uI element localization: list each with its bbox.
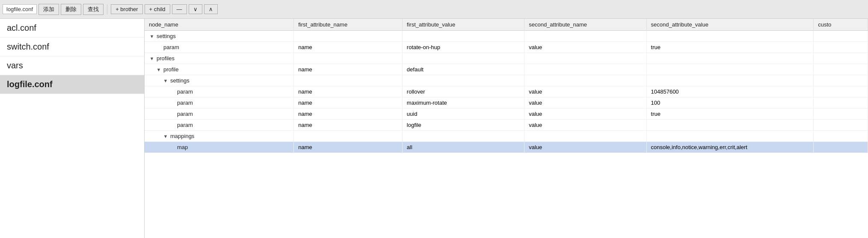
table-row[interactable]: ▼settings <box>145 31 868 42</box>
find-button[interactable]: 查找 <box>83 4 104 15</box>
first-attr-name <box>294 53 403 64</box>
second-attr-value: true <box>646 109 814 120</box>
second-attr-name: value <box>524 142 646 153</box>
node-cell: param <box>145 86 294 97</box>
sidebar-item-3[interactable]: logfile.conf <box>0 75 144 94</box>
table-row[interactable]: ▼profilenamedefault <box>145 64 868 75</box>
add-button[interactable]: 添加 <box>39 4 59 15</box>
tree-table: node_name first_attribute_name first_att… <box>145 19 868 153</box>
second-attr-name <box>524 31 646 42</box>
first-attr-value: logfile <box>402 120 524 131</box>
second-attr-name: value <box>524 109 646 120</box>
custom-col <box>814 53 868 64</box>
first-attr-value: maximum-rotate <box>402 97 524 109</box>
col-first-attr-value: first_attribute_value <box>402 19 524 31</box>
header-row: node_name first_attribute_name first_att… <box>145 19 868 31</box>
table-row[interactable]: ▼profiles <box>145 53 868 64</box>
main-area: acl.confswitch.confvarslogfile.conf node… <box>0 19 868 238</box>
content-area: node_name first_attribute_name first_att… <box>145 19 868 238</box>
node-name-label: mappings <box>170 133 194 139</box>
second-attr-value: 104857600 <box>646 86 814 97</box>
custom-col <box>814 120 868 131</box>
node-name-label: profile <box>163 66 178 73</box>
col-second-attr-name: second_attribute_name <box>524 19 646 31</box>
sidebar-item-0[interactable]: acl.conf <box>0 19 144 38</box>
node-cell: param <box>145 120 294 131</box>
node-name-label: param <box>177 122 193 128</box>
second-attr-name: value <box>524 120 646 131</box>
first-attr-name: name <box>294 97 403 109</box>
node-cell: map <box>145 142 294 153</box>
node-cell: ▼settings <box>145 75 294 86</box>
first-attr-name: name <box>294 64 403 75</box>
first-attr-name <box>294 31 403 42</box>
custom-col <box>814 75 868 86</box>
first-attr-name: name <box>294 109 403 120</box>
second-attr-name <box>524 75 646 86</box>
tree-body: ▼settingsparamnamerotate-on-hupvaluetrue… <box>145 31 868 153</box>
table-row[interactable]: paramnamemaximum-rotatevalue100 <box>145 97 868 109</box>
first-attr-value: rollover <box>402 86 524 97</box>
node-name-label: settings <box>170 77 190 84</box>
second-attr-value: 100 <box>646 97 814 109</box>
toolbar: logfile.conf 添加 删除 查找 + brother + child … <box>0 0 868 19</box>
node-name-label: settings <box>157 33 176 39</box>
expand-icon[interactable]: ▼ <box>163 134 169 139</box>
first-attr-name: name <box>294 142 403 153</box>
table-row[interactable]: paramnameuuidvaluetrue <box>145 109 868 120</box>
col-second-attr-value: second_attribute_value <box>646 19 814 31</box>
up-button[interactable]: ∧ <box>204 4 218 14</box>
expand-icon[interactable]: ▼ <box>156 67 162 72</box>
first-attr-name: name <box>294 42 403 53</box>
col-first-attr-name: first_attribute_name <box>294 19 403 31</box>
node-cell: param <box>145 97 294 109</box>
custom-col <box>814 131 868 142</box>
expand-icon[interactable]: ▼ <box>163 78 169 83</box>
table-header: node_name first_attribute_name first_att… <box>145 19 868 31</box>
sidebar-item-1[interactable]: switch.conf <box>0 38 144 56</box>
expand-icon[interactable]: ▼ <box>149 56 155 61</box>
node-name-label: param <box>177 100 193 106</box>
custom-col <box>814 31 868 42</box>
second-attr-name: value <box>524 86 646 97</box>
table-row[interactable]: ▼mappings <box>145 131 868 142</box>
custom-col <box>814 86 868 97</box>
node-cell: ▼mappings <box>145 131 294 142</box>
table-row[interactable]: paramnamerollovervalue104857600 <box>145 86 868 97</box>
first-attr-value <box>402 31 524 42</box>
second-attr-value: console,info,notice,warning,err,crit,ale… <box>646 142 814 153</box>
node-cell: ▼settings <box>145 31 294 42</box>
first-attr-name <box>294 75 403 86</box>
sidebar-item-2[interactable]: vars <box>0 56 144 75</box>
node-cell: ▼profile <box>145 64 294 75</box>
second-attr-name: value <box>524 42 646 53</box>
custom-col <box>814 109 868 120</box>
first-attr-value: default <box>402 64 524 75</box>
first-attr-value <box>402 75 524 86</box>
expand-icon[interactable]: ▼ <box>149 34 155 39</box>
table-row[interactable]: mapnameallvalueconsole,info,notice,warni… <box>145 142 868 153</box>
delete-button[interactable]: 删除 <box>61 4 81 15</box>
node-cell: param <box>145 42 294 53</box>
first-attr-name: name <box>294 120 403 131</box>
minus-button[interactable]: — <box>172 4 187 14</box>
toolbar-separator <box>107 4 107 15</box>
child-button[interactable]: + child <box>145 4 170 14</box>
first-attr-value <box>402 53 524 64</box>
node-name-label: map <box>177 144 188 150</box>
custom-col <box>814 97 868 109</box>
table-row[interactable]: paramnamerotate-on-hupvaluetrue <box>145 42 868 53</box>
table-row[interactable]: ▼settings <box>145 75 868 86</box>
second-attr-value <box>646 75 814 86</box>
second-attr-name <box>524 131 646 142</box>
down-button[interactable]: ∨ <box>189 4 202 14</box>
node-name-label: param <box>163 44 179 50</box>
file-label[interactable]: logfile.conf <box>3 4 37 14</box>
first-attr-name <box>294 131 403 142</box>
brother-button[interactable]: + brother <box>111 4 142 14</box>
second-attr-value <box>646 31 814 42</box>
first-attr-value <box>402 131 524 142</box>
first-attr-name: name <box>294 86 403 97</box>
table-row[interactable]: paramnamelogfilevalue <box>145 120 868 131</box>
first-attr-value: all <box>402 142 524 153</box>
